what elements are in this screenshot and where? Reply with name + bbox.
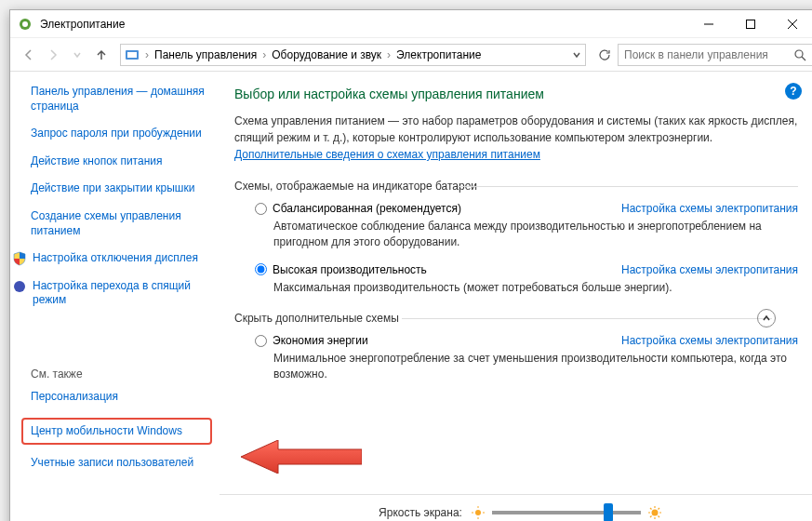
- chevron-up-icon: [762, 314, 771, 323]
- breadcrumb[interactable]: › Панель управления › Оборудование и зву…: [120, 44, 586, 66]
- main-panel: ? Выбор или настройка схемы управления п…: [220, 72, 812, 521]
- plan-high-performance: Высокая производительность Настройка схе…: [255, 263, 798, 296]
- plan-saver-radio-label[interactable]: Экономия энергии: [255, 334, 368, 347]
- search-input[interactable]: [624, 48, 793, 61]
- see-also-personalization[interactable]: Персонализация: [31, 390, 206, 405]
- content-area: Панель управления — домашняя страница За…: [10, 72, 812, 521]
- extra-plans-legend[interactable]: Скрыть дополнительные схемы: [234, 312, 798, 325]
- plan-balanced-settings-link[interactable]: Настройка схемы электропитания: [621, 202, 798, 215]
- plan-saver-name: Экономия энергии: [273, 334, 368, 347]
- collapse-button[interactable]: [757, 309, 776, 327]
- titlebar: Электропитание: [10, 10, 812, 38]
- sidebar-home-link[interactable]: Панель управления — домашняя страница: [31, 85, 206, 114]
- plan-saver-radio[interactable]: [255, 335, 267, 347]
- battery-plans-section: Схемы, отображаемые на индикаторе батаре…: [234, 180, 798, 295]
- plan-saver-settings-link[interactable]: Настройка схемы электропитания: [621, 334, 798, 347]
- back-button[interactable]: [18, 44, 40, 66]
- plan-high-radio[interactable]: [255, 263, 267, 275]
- up-button[interactable]: [90, 44, 113, 66]
- page-description: Схема управления питанием — это набор па…: [234, 113, 798, 163]
- plan-high-desc: Максимальная производительность (может п…: [273, 280, 798, 296]
- plan-saver-desc: Минимальное энергопотребление за счет ум…: [273, 351, 798, 382]
- more-info-link[interactable]: Дополнительные сведения о схемах управле…: [234, 148, 540, 161]
- refresh-button[interactable]: [593, 44, 616, 66]
- shield-icon: [12, 251, 27, 266]
- brightness-slider-wrap: [472, 506, 661, 519]
- window-title: Электропитание: [40, 18, 687, 31]
- page-heading: Выбор или настройка схемы управления пит…: [234, 87, 798, 101]
- sidebar-link-power-buttons[interactable]: Действие кнопок питания: [31, 154, 206, 169]
- plan-high-settings-link[interactable]: Настройка схемы электропитания: [621, 263, 798, 276]
- brightness-label: Яркость экрана:: [379, 506, 462, 519]
- window: Электропитание › Панель управления › Обо…: [9, 9, 812, 521]
- chevron-down-icon[interactable]: [572, 50, 581, 60]
- sidebar-link-create-plan[interactable]: Создание схемы управления питанием: [31, 209, 206, 238]
- chevron-right-icon[interactable]: ›: [385, 48, 393, 61]
- close-button[interactable]: [771, 10, 812, 37]
- svg-rect-3: [746, 20, 754, 28]
- sidebar-link-display-off[interactable]: Настройка отключения дисплея: [33, 251, 198, 266]
- svg-rect-7: [127, 52, 137, 58]
- highlighted-link-box: Центр мобильности Windows: [21, 418, 212, 446]
- svg-point-11: [475, 510, 481, 515]
- plan-power-saver: Экономия энергии Настройка схемы электро…: [255, 334, 798, 382]
- svg-line-23: [650, 515, 652, 517]
- recent-dropdown[interactable]: [66, 44, 88, 66]
- plan-balanced: Сбалансированная (рекомендуется) Настрой…: [255, 202, 798, 250]
- brightness-slider-thumb[interactable]: [604, 503, 613, 522]
- svg-line-24: [658, 508, 659, 510]
- sidebar: Панель управления — домашняя страница За…: [10, 72, 220, 521]
- extra-plans-section: Скрыть дополнительные схемы Экономия эне…: [234, 312, 798, 382]
- search-box[interactable]: [618, 44, 812, 66]
- svg-line-9: [802, 57, 805, 60]
- app-icon: [18, 17, 33, 32]
- search-icon[interactable]: [793, 48, 806, 61]
- window-buttons: [687, 10, 812, 37]
- navbar: › Панель управления › Оборудование и зву…: [10, 38, 812, 72]
- sidebar-link-sleep[interactable]: Настройка перехода в спящий режим: [33, 279, 206, 308]
- svg-line-22: [658, 515, 659, 517]
- plan-high-radio-label[interactable]: Высокая производительность: [255, 263, 427, 276]
- svg-point-1: [22, 21, 28, 27]
- maximize-button[interactable]: [729, 10, 771, 37]
- see-also-user-accounts[interactable]: Учетные записи пользователей: [31, 456, 206, 471]
- plan-balanced-radio[interactable]: [255, 203, 267, 215]
- svg-point-16: [651, 509, 658, 515]
- brightness-slider[interactable]: [492, 511, 641, 514]
- control-panel-icon: [125, 47, 140, 62]
- see-also-heading: См. также: [31, 367, 206, 381]
- minimize-button[interactable]: [687, 10, 729, 37]
- sun-dim-icon: [472, 506, 485, 519]
- svg-point-10: [14, 281, 25, 292]
- breadcrumb-leaf[interactable]: Электропитание: [393, 48, 485, 61]
- breadcrumb-mid[interactable]: Оборудование и звук: [268, 48, 385, 61]
- plan-high-name: Высокая производительность: [273, 263, 427, 276]
- breadcrumb-root[interactable]: Панель управления: [151, 48, 260, 61]
- forward-button[interactable]: [42, 44, 64, 66]
- plan-balanced-radio-label[interactable]: Сбалансированная (рекомендуется): [255, 202, 461, 215]
- sidebar-link-lid-close[interactable]: Действие при закрытии крышки: [31, 181, 206, 196]
- moon-icon: [12, 279, 27, 294]
- help-icon[interactable]: ?: [785, 83, 802, 100]
- svg-line-21: [650, 508, 652, 510]
- see-also-mobility-center[interactable]: Центр мобильности Windows: [31, 424, 203, 439]
- plan-balanced-desc: Автоматическое соблюдение баланса между …: [273, 219, 798, 250]
- plan-balanced-name: Сбалансированная (рекомендуется): [273, 202, 461, 215]
- brightness-bar: Яркость экрана:: [220, 494, 812, 521]
- svg-point-8: [795, 50, 803, 58]
- chevron-right-icon[interactable]: ›: [260, 48, 268, 61]
- chevron-right-icon[interactable]: ›: [143, 48, 151, 61]
- sun-bright-icon: [648, 506, 661, 519]
- desc-text: Схема управления питанием — это набор па…: [234, 114, 797, 144]
- sidebar-link-password[interactable]: Запрос пароля при пробуждении: [31, 127, 206, 141]
- battery-plans-legend: Схемы, отображаемые на индикаторе батаре…: [234, 180, 798, 193]
